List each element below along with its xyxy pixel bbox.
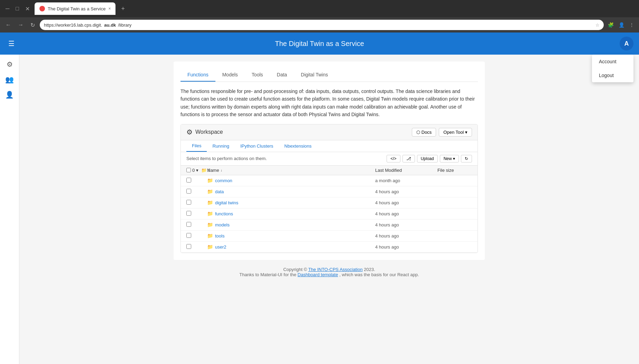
row-checkbox[interactable] [186,211,191,216]
file-rows: 📁 common a month ago 📁 data 4 hours ago … [181,175,478,253]
table-row: 📁 digital twins 4 hours ago [181,197,478,208]
inner-tab-running[interactable]: Running [207,140,234,152]
row-name: tools [215,233,224,239]
inner-tab-nbextensions[interactable]: Nbextensions [279,140,317,152]
upload-btn[interactable]: Upload [417,155,438,162]
sidebar-item-extensions[interactable]: ⚙ [3,57,17,71]
functions-description: The functions responsible for pre- and p… [180,87,478,119]
address-bar[interactable]: https://worker16.lab.cps.digit.au.dk/lib… [40,20,604,30]
extensions-icon[interactable]: 🧩 [606,21,615,28]
hamburger-icon: ☰ [8,40,15,47]
row-checkbox-cell [186,222,207,228]
back-btn[interactable]: ← [3,20,13,29]
row-modified-cell: 4 hours ago [375,189,437,194]
tab-data[interactable]: Data [270,68,294,82]
docs-button[interactable]: ⬡ Docs [412,128,436,137]
col-modified-label: Last Modified [375,168,402,173]
account-menu-item[interactable]: Account [592,55,633,68]
app-body: ⚙ 👥 👤 Functions Models Tools Data Digita… [0,55,639,364]
git-btn[interactable]: ⎇ [402,155,415,162]
row-name: functions [215,211,233,216]
footer-template-link[interactable]: Dashboard template [298,272,338,277]
tab-close-btn[interactable]: × [108,6,111,11]
tab-models[interactable]: Models [215,68,245,82]
row-checkbox[interactable] [186,178,191,183]
profile-icon[interactable]: 👤 [617,21,626,28]
fm-refresh-btn[interactable]: ↻ [461,155,472,162]
check-count: 0 [192,168,195,173]
inner-tab-files[interactable]: Files [186,140,207,152]
settings-icon[interactable]: ⋮ [628,21,636,28]
tab-tools[interactable]: Tools [245,68,270,82]
folder-icon: 📁 [207,189,213,194]
open-tool-button[interactable]: Open Tool ▾ [439,128,472,137]
row-modified-cell: 4 hours ago [375,222,437,227]
logout-menu-item[interactable]: Logout [592,68,633,82]
account-dropdown: Account Logout [592,55,633,82]
minimize-btn[interactable]: ─ [3,5,11,12]
avatar-button[interactable]: A [620,37,633,50]
row-modified-cell: a month ago [375,178,437,183]
users-icon: 👥 [5,75,14,84]
browser-tab[interactable]: The Digital Twin as a Service × [35,2,115,15]
row-checkbox[interactable] [186,200,191,205]
row-name-cell[interactable]: 📁 functions [207,211,375,216]
browser-chrome: ─ □ ✕ The Digital Twin as a Service × + [0,0,639,17]
workspace-title: ⚙ Workspace [186,128,223,136]
footer-copyright: Copyright © [283,267,308,272]
row-modified-cell: 4 hours ago [375,211,437,216]
tab-digital-twins[interactable]: Digital Twins [294,68,335,82]
footer-thanks-suffix: , which was the basis for our React app. [339,272,419,277]
col-check-header: 0 ▾ 📁 / [186,168,207,173]
menu-button[interactable]: ☰ [6,37,17,50]
row-checkbox[interactable] [186,233,191,238]
row-name-cell[interactable]: 📁 tools [207,233,375,239]
bookmark-icon[interactable]: ☆ [595,22,600,28]
code-btn[interactable]: </> [387,155,400,162]
maximize-btn[interactable]: □ [13,5,21,12]
puzzle-icon: ⚙ [7,60,13,68]
row-checkbox[interactable] [186,244,191,249]
refresh-btn[interactable]: ↻ [28,20,37,30]
row-checkbox[interactable] [186,189,191,194]
inner-tab-ipython[interactable]: IPython Clusters [235,140,279,152]
sidebar-item-user-add[interactable]: 👤 [3,88,17,102]
table-row: 📁 data 4 hours ago [181,186,478,197]
row-name: user2 [215,244,226,250]
row-name-cell[interactable]: 📁 data [207,189,375,194]
tab-functions[interactable]: Functions [180,68,215,82]
col-name-header[interactable]: Name ↓ [207,168,375,173]
folder-icon: 📁 [207,222,213,227]
content-card: Functions Models Tools Data Digital Twin… [174,62,485,260]
table-row: 📁 tools 4 hours ago [181,231,478,242]
row-checkbox-cell [186,244,207,250]
row-name-cell[interactable]: 📁 digital twins [207,200,375,205]
row-name-cell[interactable]: 📁 user2 [207,244,375,250]
fm-toolbar: Select items to perform actions on them.… [181,152,478,166]
col-modified-header[interactable]: Last Modified [375,168,437,173]
close-btn[interactable]: ✕ [23,5,32,13]
row-checkbox[interactable] [186,222,191,227]
row-name-cell[interactable]: 📁 common [207,178,375,183]
select-all-checkbox[interactable] [186,168,191,172]
row-checkbox-cell [186,233,207,239]
fm-select-text: Select items to perform actions on them. [186,156,267,161]
sidebar-item-users[interactable]: 👥 [3,73,17,86]
main-tabs: Functions Models Tools Data Digital Twin… [180,68,478,82]
new-tab-btn[interactable]: + [118,4,128,14]
row-name-cell[interactable]: 📁 models [207,222,375,227]
workspace-actions: ⬡ Docs Open Tool ▾ [412,128,472,137]
folder-icon: 📁 [207,233,213,239]
footer-org-link[interactable]: The INTO-CPS Association [308,267,362,272]
col-name-label: Name [207,168,219,173]
forward-btn[interactable]: → [16,20,26,29]
tab-title: The Digital Twin as a Service [48,6,105,11]
new-btn[interactable]: New ▾ [440,155,459,162]
row-checkbox-cell [186,200,207,206]
workspace-panel: ⚙ Workspace ⬡ Docs Open Tool ▾ Files Run… [180,124,478,253]
browser-icons: 🧩 👤 ⋮ [606,21,636,28]
browser-controls: ─ □ ✕ [3,5,32,13]
table-row: 📁 models 4 hours ago [181,220,478,231]
tab-favicon [39,6,45,11]
row-modified-cell: 4 hours ago [375,244,437,250]
